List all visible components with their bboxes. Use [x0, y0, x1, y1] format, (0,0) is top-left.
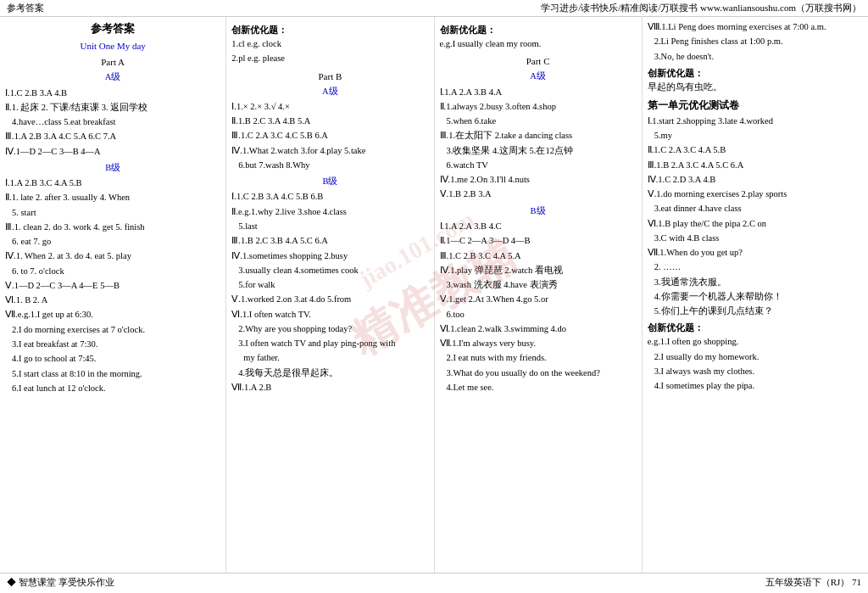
col1-b3: 5. start [5, 206, 220, 220]
col1-b9: Ⅵ.1. B 2. A [5, 294, 220, 307]
col4-t1: Ⅰ.1.start 2.shopping 3.late 4.worked [648, 115, 863, 128]
col2-b2: Ⅱ.e.g.1.why 2.live 3.shoe 4.class [231, 205, 428, 219]
col1-title: 参考答案 [5, 20, 220, 37]
col1-b13: 4.I go to school at 7:45. [5, 352, 220, 366]
col2-b11: 3.I often watch TV and play ping-pong wi… [231, 337, 428, 350]
footer-left: ◆ 智慧课堂 享受快乐作业 [7, 576, 114, 589]
col3-a7: Ⅳ.1.me 2.On 3.I'll 4.nuts [440, 173, 637, 187]
col1-unit: Unit One My day [5, 39, 220, 53]
col4-cx2-4: 4.I sometimes play the pipa. [648, 379, 863, 393]
col3-a2: Ⅱ.1.always 2.busy 3.often 4.shop [440, 100, 637, 114]
col1-b6: Ⅳ.1. When 2. at 3. do 4. eat 5. play [5, 249, 220, 263]
col2-b3: 5.last [231, 220, 428, 233]
col2-b6: 3.usually clean 4.sometimes cook [231, 264, 428, 277]
column-1: 参考答案 Unit One My day Part A A级 Ⅰ.1.C 2.B… [0, 17, 226, 573]
col4-t13: 5.你们上午的课到几点结束？ [648, 305, 863, 318]
col1-partA: Part A [5, 55, 220, 70]
col1-line-3: 4.have…class 5.eat breakfast [5, 115, 220, 129]
col3-gradeB: B级 [440, 204, 637, 218]
col4-t12: 4.你需要一个机器人来帮助你！ [648, 290, 863, 304]
col3-partC: Part C [440, 54, 637, 69]
col3-cx1: e.g.I usually clean my room. [440, 37, 637, 51]
col3-b10: 2.I eat nuts with my friends. [440, 351, 637, 365]
col3-gradeA: A级 [440, 70, 637, 83]
col3-a3: 5.when 6.take [440, 115, 637, 128]
col4-chuangxin2: 创新优化题： [648, 321, 863, 335]
col3-b2: Ⅱ.1—C 2—A 3—D 4—B [440, 234, 637, 248]
col4-t2: 5.my [648, 129, 863, 143]
col2-b4: Ⅲ.1.B 2.C 3.B 4.A 5.C 6.A [231, 234, 428, 248]
col1-b14: 5.I start class at 8:10 in the morning. [5, 367, 220, 381]
col2-b8: Ⅴ.1.worked 2.on 3.at 4.do 5.from [231, 293, 428, 306]
col4-t9: 3.C with 4.B class [648, 232, 863, 245]
col1-line-5: Ⅳ.1—D 2—C 3—B 4—A [5, 145, 220, 159]
header-right: 学习进步/读书快乐/精准阅读/万联搜书 www.wanliansoushu.co… [541, 2, 861, 14]
col3-b7: 6.too [440, 308, 637, 322]
col4-t8: Ⅵ.1.B play the/C the pipa 2.C on [648, 217, 863, 231]
col3-b11: 3.What do you usually do on the weekend? [440, 366, 637, 380]
col2-a5: 6.but 7.wash 8.Why [231, 159, 428, 172]
col3-b1: Ⅰ.1.A 2.A 3.B 4.C [440, 220, 637, 233]
col2-b12: my father. [231, 351, 428, 365]
col1-b5: 6. eat 7. go [5, 235, 220, 249]
col4-t11: 3.我通常洗衣服。 [648, 276, 863, 289]
col2-gradeA: A级 [231, 85, 428, 98]
col3-b8: Ⅵ.1.clean 2.walk 3.swimming 4.do [440, 322, 637, 336]
page-footer: ◆ 智慧课堂 享受快乐作业 五年级英语下（RJ） 71 [0, 573, 868, 591]
col2-chuangxin: 创新优化题： [231, 23, 428, 37]
col2-a1: Ⅰ.1.× 2.× 3.√ 4.× [231, 100, 428, 114]
col3-b5: 3.wash 洗衣服 4.have 表演秀 [440, 278, 637, 292]
col3-b3: Ⅲ.1.C 2.B 3.C 4.A 5.A [440, 249, 637, 263]
col2-gradeB: B级 [231, 175, 428, 188]
col2-b9: Ⅵ.1.I often watch TV. [231, 308, 428, 322]
col4-t5: Ⅳ.1.C 2.D 3.A 4.B [648, 173, 863, 187]
col1-gradeB: B级 [5, 161, 220, 175]
col2-b13: 4.我每天总是很早起床。 [231, 366, 428, 380]
col4-cx2-3: 3.I always wash my clothes. [648, 365, 863, 378]
header-left: 参考答案 [7, 2, 44, 14]
col1-b2: Ⅱ.1. late 2. after 3. usually 4. When [5, 191, 220, 204]
col1-b12: 3.I eat breakfast at 7:30. [5, 338, 220, 351]
col4-t10: Ⅶ.1.When do you get up? [648, 246, 863, 260]
col2-cx2: 2.pl e.g. please [231, 52, 428, 65]
col4-t3: Ⅱ.1.C 2.A 3.C 4.A 5.B [648, 143, 863, 157]
column-4: Ⅷ.1.Li Peng does morning exercises at 7:… [643, 17, 868, 573]
col2-b5: Ⅳ.1.sometimes shopping 2.busy [231, 249, 428, 263]
col1-line-1: Ⅰ.1.C 2.B 3.A 4.B [5, 87, 220, 100]
col1-b10: Ⅶ.e.g.1.I get up at 6:30. [5, 308, 220, 322]
col4-t4: Ⅲ.1.B 2.A 3.C 4.A 5.C 6.A [648, 159, 863, 172]
col4-3: 3.No, he doesn't. [648, 50, 863, 64]
col1-b4: Ⅲ.1. clean 2. do 3. work 4. get 5. finis… [5, 221, 220, 234]
col2-cx1: 1.cl e.g. clock [231, 37, 428, 51]
col3-a5: 3.收集坚果 4.这周末 5.在12点钟 [440, 144, 637, 158]
col3-b12: 4.Let me see. [440, 381, 637, 394]
col3-a1: Ⅰ.1.A 2.A 3.B 4.A [440, 86, 637, 99]
col1-b7: 6. to 7. o'clock [5, 265, 220, 278]
col3-a4: Ⅲ.1.在太阳下 2.take a dancing class [440, 129, 637, 143]
col4-cx2-2: 2.I usually do my homework. [648, 350, 863, 364]
col1-gradeA: A级 [5, 70, 220, 84]
col1-b11: 2.I do morning exercises at 7 o'clock. [5, 323, 220, 337]
col4-1: Ⅷ.1.Li Peng does morning exercises at 7:… [648, 20, 863, 34]
column-3: 创新优化题： e.g.I usually clean my room. Part… [435, 17, 643, 573]
col2-b1: Ⅰ.1.C 2.B 3.A 4.C 5.B 6.B [231, 190, 428, 204]
col4-2: 2.Li Peng finishes class at 1:00 p.m. [648, 35, 863, 48]
col4-t6: Ⅴ.1.do morning exercises 2.play sports [648, 187, 863, 201]
col3-b4: Ⅳ.1.play 弹琵琶 2.watch 看电视 [440, 264, 637, 277]
col2-a2: Ⅱ.1.B 2.C 3.A 4.B 5.A [231, 115, 428, 128]
col3-chuangxin: 创新优化题： [440, 23, 637, 37]
col1-b8: Ⅴ.1—D 2—C 3—A 4—E 5—B [5, 279, 220, 293]
col2-a3: Ⅲ.1.C 2.A 3.C 4.C 5.B 6.A [231, 129, 428, 143]
col1-line-2: Ⅱ.1. 起床 2. 下课/结束课 3. 返回学校 [5, 101, 220, 115]
col3-a8: Ⅴ.1.B 2.B 3.A [440, 187, 637, 201]
footer-right: 五年级英语下（RJ） 71 [765, 576, 861, 589]
col1-b1: Ⅰ.1.A 2.B 3.C 4.A 5.B [5, 176, 220, 190]
column-2: 创新优化题： 1.cl e.g. clock 2.pl e.g. please … [226, 17, 434, 573]
col4-cx2-1: e.g.1.I often go shopping. [648, 335, 863, 349]
content-area: 参考答案 Unit One My day Part A A级 Ⅰ.1.C 2.B… [0, 17, 868, 573]
col4-unit2title: 第一单元优化测试卷 [648, 98, 863, 114]
col2-partB: Part B [231, 70, 428, 84]
col4-proverb: 早起的鸟有虫吃。 [648, 81, 863, 94]
page-header: 参考答案 学习进步/读书快乐/精准阅读/万联搜书 www.wanliansous… [0, 0, 868, 17]
col4-t7: 3.eat dinner 4.have class [648, 202, 863, 215]
